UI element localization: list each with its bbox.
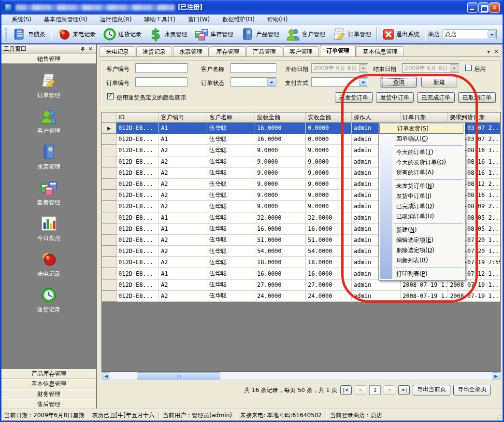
table-header-cell[interactable]: 操作人 [352,113,401,123]
context-menu-item[interactable]: 已取消订单(U) [379,211,464,222]
query-button[interactable]: 查询 [381,77,417,87]
table-header-cell[interactable]: 客户编号 [159,113,207,123]
context-menu-item[interactable]: 新建(N) [379,225,464,235]
shop-select[interactable]: 总店 [443,29,497,39]
maximize-button[interactable] [478,2,489,13]
toolbar-button-book[interactable]: 产品管理 [237,26,283,43]
sidebar-item-alarm[interactable]: 来电记录 [20,251,78,278]
menubar-item[interactable]: 帮助(H) [261,14,294,25]
tab-1[interactable]: 来电记录 [100,46,135,56]
table-row[interactable]: 012D-E8...A2伍华聪27.000027.0000admin2008-0… [102,280,500,291]
table-header-cell[interactable]: ID [116,113,159,123]
table-header-cell[interactable]: 应收金额 [255,113,306,123]
table-header-cell[interactable]: 要求到货日期 [448,113,501,123]
tab-5[interactable]: 产品管理 [246,46,282,56]
context-menu-item[interactable]: 所有的订单(A) [379,168,464,178]
row-selector-cell[interactable] [102,134,116,145]
context-menu-item[interactable]: 今天的发货订单(O) [379,157,464,168]
close-button[interactable]: ✕ [490,2,500,13]
customer-no-input[interactable] [135,63,187,73]
first-page-button[interactable]: |< [340,385,352,395]
context-menu-item[interactable]: 打印列表(P) [379,269,464,279]
minimize-button[interactable] [467,2,477,13]
row-selector-cell[interactable] [102,235,116,246]
menubar-item[interactable]: 数据维护(D) [216,14,261,25]
tab-8[interactable]: 基本信息管理 [357,46,404,56]
sidebar-item-people[interactable]: 客户管理 [20,108,78,135]
pay-method-select[interactable] [311,77,368,87]
new-button[interactable]: 新建 [421,77,457,87]
sidebar-item-clock[interactable]: 送货记录 [20,286,78,314]
tab-3[interactable]: 水票管理 [173,46,209,56]
row-selector-cell[interactable] [102,224,116,235]
row-selector-cell[interactable] [102,257,116,268]
sidebar-item-order[interactable]: 订单管理 [20,72,78,99]
row-selector-cell[interactable] [102,201,116,212]
tab-4[interactable]: 库存管理 [210,46,245,56]
table-row[interactable]: 012D-E8...A2伍华聪24.000024.0000admin2008-0… [102,291,500,302]
page-input[interactable] [369,385,381,395]
toolbar-button-clock[interactable]: 送货记录 [99,26,145,43]
export-current-page-button[interactable]: 导出当前页 [413,385,450,395]
tab-7[interactable]: 订单管理 [320,45,356,56]
context-menu-item[interactable]: 删除选定项(D) [379,245,464,255]
context-menu-item[interactable]: 编辑选定项(E) [379,235,464,245]
enable-checkbox[interactable] [465,65,472,71]
toolbar-button-dollar[interactable]: $水票管理 [145,26,191,43]
row-selector-cell[interactable] [102,268,116,279]
sidebar-section-header[interactable]: 基本信息管理 [1,379,96,389]
row-selector-cell[interactable] [102,280,116,291]
pin-icon[interactable] [79,45,86,53]
row-selector-cell[interactable] [102,246,116,257]
menubar-item[interactable]: 系统(S) [5,14,38,25]
row-selector-cell[interactable] [102,190,116,201]
scroll-right-arrow-icon[interactable]: ▶ [492,372,500,380]
context-menu-item[interactable]: 今天的订单(T) [379,147,464,157]
row-selector-cell[interactable] [102,145,116,156]
tab-6[interactable]: 客户管理 [283,46,319,56]
context-menu-item[interactable]: 未发货订单(N) [379,181,464,191]
order-no-input[interactable] [135,77,187,87]
toolbar-button-people[interactable]: 客户管理 [283,26,329,43]
color-checkbox[interactable] [107,93,114,99]
menubar-item[interactable]: 辅助工具(T) [138,14,182,25]
row-selector-cell[interactable] [102,179,116,190]
table-header-cell[interactable]: 订单日期 [401,113,448,123]
context-menu-item[interactable]: 发货中订单(I) [379,191,464,201]
toolbar-button-order[interactable]: 订单管理 [329,26,374,43]
order-status-filter-button[interactable]: 已完成订单 [417,92,455,103]
context-menu-item[interactable]: 订单发货(S) [379,124,463,134]
table-header-cell[interactable] [102,113,116,123]
row-selector-cell[interactable] [102,156,116,168]
horizontal-scrollbar[interactable]: ◀ ▶ [101,372,501,380]
tab-list-dropdown-icon[interactable]: ▾ [487,47,490,56]
toolbar-button-navbar[interactable]: 导航条 [9,26,49,43]
row-selector-cell[interactable] [102,168,116,179]
sidebar-item-book[interactable]: 水票管理 [20,143,78,171]
sidebar-section-sales[interactable]: 销售管理 [1,54,96,64]
tool-window-close-icon[interactable]: ✕ [86,45,94,53]
context-menu-item[interactable]: 已完成订单(D) [379,201,464,211]
table-header-cell[interactable]: 实收金额 [306,113,352,123]
sidebar-section-header[interactable]: 售后管理 [1,399,96,409]
context-menu-item[interactable]: 刷新列表(R) [379,255,464,266]
customer-name-input[interactable] [230,63,276,73]
sidebar-section-header[interactable]: 财务管理 [1,389,96,399]
menubar-item[interactable]: 基本信息管理(B) [38,14,94,25]
order-status-filter-button[interactable]: 发货中订单 [376,92,414,103]
sidebar-item-grid[interactable]: 套餐管理 [20,179,78,207]
last-page-button[interactable]: >| [398,385,410,395]
toolbar-button-exit[interactable]: 退出系统 [379,27,423,42]
export-all-pages-button[interactable]: 导出全部页 [453,385,491,395]
menubar-item[interactable]: 运行信息(R) [94,14,138,25]
tab-2[interactable]: 送货记录 [136,46,172,56]
row-selector-cell[interactable] [102,291,116,302]
toolbar-button-alarm[interactable]: 来电记录 [53,26,99,43]
order-status-select[interactable] [230,77,276,87]
table-header-cell[interactable]: 客户名称 [207,113,255,123]
order-status-filter-button[interactable]: 已取消订单 [458,92,496,103]
row-selector-cell[interactable] [102,212,116,224]
toolbar-button-grid[interactable]: 库存管理 [191,26,237,43]
scroll-left-arrow-icon[interactable]: ◀ [102,372,110,380]
tab-close-icon[interactable]: ✕ [494,47,499,56]
